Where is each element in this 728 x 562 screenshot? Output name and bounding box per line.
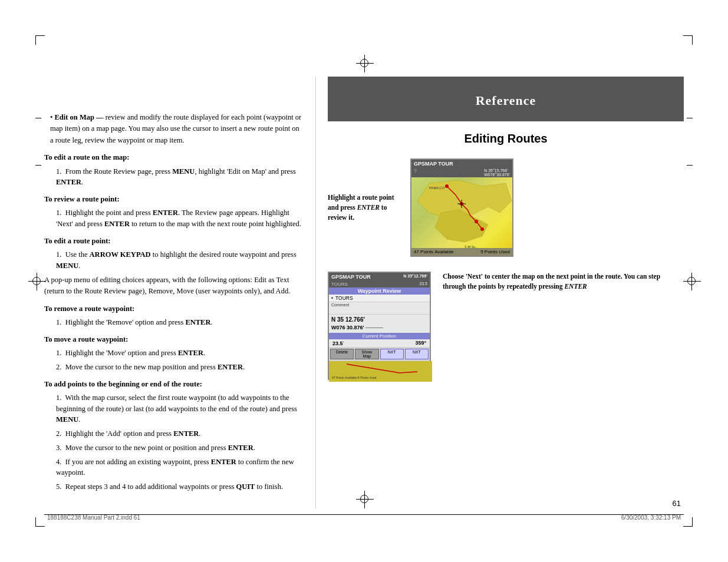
top-crosshair xyxy=(360,59,368,67)
section-title: Editing Routes xyxy=(328,132,684,146)
from-row: 23.5- 359° xyxy=(329,339,430,347)
item-add-4: 4. If you are not adding an existing way… xyxy=(56,457,304,479)
item-edit-map-1: 1. From the Route Review page, press MEN… xyxy=(56,166,304,189)
item-review-1: 1. Highlight the point and press ENTER. … xyxy=(56,207,304,230)
svg-text:47 Points Available   K  Point: 47 Points Available K Points Used xyxy=(332,376,376,379)
svg-point-2 xyxy=(445,184,449,188)
edit-on-map-term: Edit on Map — xyxy=(55,113,104,121)
svg-text:PAMILCO: PAMILCO xyxy=(429,186,445,190)
gps2-coords: N 35°12.766' xyxy=(403,274,427,280)
footer-right: 6/30/2003, 3:32:13 PM xyxy=(621,514,681,521)
coord-display: N 35 12.766' W076 30.876' ────── xyxy=(329,315,430,333)
content-area: • Edit on Map — review and modify the ro… xyxy=(44,112,304,492)
bullet-edit-on-map: • Edit on Map — review and modify the ro… xyxy=(44,112,304,146)
nxt-button-2[interactable]: NXT xyxy=(405,349,429,359)
gps-screen-bottom: GPSMAP TOUR N 35°12.766' TOURS 23.5 Wayp… xyxy=(328,272,431,380)
main-layout: • Edit on Map — review and modify the ro… xyxy=(44,77,684,509)
popup-menu-text: A pop-up menu of editing choices appears… xyxy=(44,275,304,297)
item-edit-point-1: 1. Use the ARROW KEYPAD to highlight the… xyxy=(56,249,304,272)
current-position-bar: Current Position xyxy=(329,333,430,339)
top-caption: Highlight a route pointand press ENTER t… xyxy=(328,193,404,223)
nxt-button-1[interactable]: NXT xyxy=(380,349,404,359)
section-head-move: To move a route waypoint: xyxy=(44,334,304,345)
section-head-edit-point: To edit a route point: xyxy=(44,236,304,247)
left-column: • Edit on Map — review and modify the ro… xyxy=(44,77,315,509)
item-add-2: 2. Highlight the 'Add' option and press … xyxy=(56,428,304,439)
svg-point-5 xyxy=(480,227,484,231)
map-svg: PAMILCO S 38 Sp... xyxy=(411,177,512,248)
svg-point-4 xyxy=(475,220,478,223)
side-mark-left-bottom xyxy=(35,165,41,166)
corner-mark-tr xyxy=(683,35,693,45)
svg-text:S 38 Sp...: S 38 Sp... xyxy=(465,245,477,248)
section-head-add: To add points to the beginning or end of… xyxy=(44,379,304,390)
waypoint-review-bar: Waypoint Review xyxy=(329,287,430,295)
gps-bottom-group: GPSMAP TOUR N 35°12.766' TOURS 23.5 Wayp… xyxy=(328,272,684,380)
show-map-button[interactable]: Show Map xyxy=(355,349,378,359)
item-remove-1: 1. Highlight the 'Remove' option and pre… xyxy=(56,317,304,328)
gps2-header: GPSMAP TOUR N 35°12.766' xyxy=(329,273,430,281)
page-number: 61 xyxy=(673,499,681,508)
gps-screen-top: GPSMAP TOUR ▽ N 35°15.766'W076°30.876' C… xyxy=(410,158,513,257)
gps-title: GPSMAP TOUR xyxy=(414,161,453,167)
gps-bottom-bar: 47 Points Available 5 Points Used xyxy=(411,248,512,256)
footer-left: 188188C238 Manual Part 2.indd 61 xyxy=(47,514,140,521)
item-add-5: 5. Repeat steps 3 and 4 to add additiona… xyxy=(56,481,304,492)
delete-button[interactable]: Delete xyxy=(330,349,354,359)
gps2-bottom-map: 47 Points Available K Points Used xyxy=(329,361,430,379)
side-mark-right-top xyxy=(687,118,693,118)
bottom-caption: Choose 'Next' to center the map on the n… xyxy=(438,272,684,292)
gps-title-bar: GPSMAP TOUR xyxy=(411,160,512,168)
right-crosshair xyxy=(687,277,696,285)
item-add-3: 3. Move the cursor to the new point or p… xyxy=(56,442,304,454)
corner-mark-bl xyxy=(35,517,45,527)
reference-header: Reference xyxy=(328,77,684,121)
comment-label: Comment xyxy=(329,302,430,308)
item-add-1: 1. With the map cursor, select the first… xyxy=(56,392,304,425)
gps-top-group: Highlight a route pointand press ENTER t… xyxy=(328,158,684,257)
item-move-2: 2. Move the cursor to the new map positi… xyxy=(56,362,304,373)
corner-mark-br xyxy=(683,517,693,527)
side-mark-left-top xyxy=(35,118,41,118)
item-move-1: 1. Highlight the 'Move' option and press… xyxy=(56,348,304,359)
left-crosshair xyxy=(32,277,41,285)
gps-coords-top: N 35°15.766'W076°30.876' xyxy=(484,168,510,177)
button-row: Delete Show Map NXT NXT xyxy=(329,347,430,361)
side-mark-right-bottom xyxy=(687,165,693,166)
section-head-edit-map: To edit a route on the map: xyxy=(44,152,304,163)
corner-mark-tl xyxy=(35,35,45,45)
gps2-title: GPSMAP TOUR xyxy=(331,274,371,280)
section-head-remove: To remove a route waypoint: xyxy=(44,303,304,315)
tours-row: • TOURS xyxy=(329,295,430,302)
gps-map-area: CAROLINA xyxy=(411,177,512,248)
section-head-review-point: To review a route point: xyxy=(44,194,304,205)
right-column: Reference Editing Routes Highlight a rou… xyxy=(315,77,684,509)
